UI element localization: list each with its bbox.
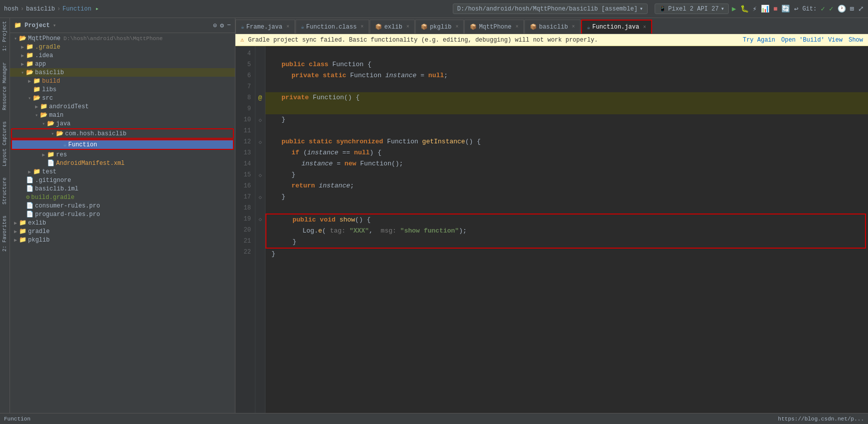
- tree-item-idea[interactable]: ▶ 📁 .idea: [10, 51, 235, 60]
- tab-label: Function.java: [592, 24, 639, 31]
- sidebar-tab-favorites[interactable]: 2: Favorites: [1, 213, 9, 255]
- breadcrumb-item: hosh: [4, 6, 19, 13]
- java-icon: ☕: [587, 24, 591, 31]
- tree-label: java: [56, 120, 71, 127]
- lib-icon: 📦: [375, 24, 382, 30]
- tree-item-src[interactable]: ▾ 📂 src: [10, 94, 235, 102]
- tree-label: build.gradle: [31, 194, 74, 201]
- folder-icon: 📁: [40, 103, 48, 110]
- panel-icons: ⊙ ⚙ −: [213, 22, 231, 30]
- tab-exlib[interactable]: 📦 exlib ×: [370, 20, 415, 34]
- tree-item-iml[interactable]: 📄 basiclib.iml: [10, 184, 235, 193]
- folder-icon: 📁: [19, 228, 27, 235]
- tree-item-basiclib[interactable]: ▾ 📂 basiclib: [10, 68, 235, 77]
- iml-icon: 📄: [26, 185, 34, 192]
- git-clock-icon[interactable]: 🕐: [837, 5, 846, 13]
- folder-icon: 📂: [33, 94, 41, 102]
- tree-item-main[interactable]: ▾ 📂 main: [10, 111, 235, 119]
- tab-close[interactable]: ×: [361, 24, 364, 30]
- tree-item-gradle-root[interactable]: ▶ 📁 gradle: [10, 227, 235, 236]
- tree-item-test[interactable]: ▶ 📁 test: [10, 167, 235, 176]
- code-content[interactable]: public class Function { private static F…: [265, 46, 868, 413]
- tree-item-consumer-rules[interactable]: 📄 consumer-rules.pro: [10, 201, 235, 210]
- tree-item-manifest[interactable]: 📄 AndroidManifest.xml: [10, 159, 235, 167]
- tab-close[interactable]: ×: [643, 25, 646, 30]
- tree-label: proguard-rules.pro: [35, 211, 100, 218]
- tab-pkglib[interactable]: 📦 pkglib ×: [415, 20, 464, 34]
- breadcrumb: hosh › basiclib › Function ▸: [4, 5, 450, 13]
- tree-label: res: [56, 151, 67, 158]
- tree-item-gitignore[interactable]: 📄 .gitignore: [10, 176, 235, 184]
- window-icon[interactable]: ⊞: [850, 5, 854, 13]
- tree-item-pkglib[interactable]: ▶ 📁 pkglib: [10, 236, 235, 244]
- tab-function-java[interactable]: ☕ Function.java ×: [581, 20, 652, 34]
- tree-item-mqttphone[interactable]: ▾ 📂 MqttPhone D:\hosh\android\hosh\MqttP…: [10, 34, 235, 43]
- tab-label: basiclib: [539, 24, 568, 31]
- tree-item-androidtest[interactable]: ▶ 📁 androidTest: [10, 102, 235, 111]
- profile-icon[interactable]: 📊: [761, 5, 769, 13]
- tab-label: Function.class: [306, 24, 357, 31]
- device-bar[interactable]: 📱 Pixel 2 API 27 ▾: [655, 4, 729, 14]
- tab-close[interactable]: ×: [455, 24, 458, 30]
- tab-basiclib[interactable]: 📦 basiclib ×: [524, 20, 581, 34]
- show-link[interactable]: Show: [848, 37, 863, 44]
- tree-item-function[interactable]: ☕ Function: [11, 139, 234, 150]
- tree-item-exlib[interactable]: ▶ 📁 exlib: [10, 219, 235, 227]
- open-build-link[interactable]: Open 'Build' View: [781, 37, 842, 44]
- code-line-12: public static synchronized Function getI…: [265, 136, 868, 147]
- title-bar: hosh › basiclib › Function ▸ D:/hosh/and…: [0, 0, 868, 18]
- tree-item-gradle-hidden[interactable]: ▶ 📁 .gradle: [10, 43, 235, 51]
- code-line-14: instance = new Function();: [265, 158, 868, 169]
- tree-item-build-gradle[interactable]: ⚙ build.gradle: [10, 193, 235, 201]
- lib-icon: 📦: [470, 24, 477, 30]
- attach-icon[interactable]: ⚡: [753, 5, 757, 13]
- sidebar-tab-resource[interactable]: Resource Manager: [1, 59, 9, 113]
- code-line-8: private Function() {: [265, 92, 868, 103]
- code-line-17: }: [265, 191, 868, 202]
- tree-item-build[interactable]: ▶ 📁 build: [10, 77, 235, 85]
- tree-item-libs[interactable]: 📁 libs: [10, 85, 235, 94]
- tab-function-class[interactable]: ☕ Function.class ×: [296, 20, 369, 34]
- sidebar-tab-structure[interactable]: Structure: [1, 174, 9, 207]
- tree-item-java-folder[interactable]: ▾ 📂 java: [10, 119, 235, 128]
- sidebar-tab-project[interactable]: 1: Project: [1, 18, 9, 54]
- tree-label: libs: [42, 86, 57, 93]
- path-bar[interactable]: D:/hosh/android/hosh/MqttPhone/basiclib …: [453, 4, 648, 14]
- sync-icon[interactable]: 🔄: [781, 5, 790, 13]
- stop-icon[interactable]: ■: [773, 5, 777, 13]
- left-sidebar-strip: 1: Project Resource Manager Layout Captu…: [0, 18, 10, 413]
- tab-frame-java[interactable]: ☕ Frame.java ×: [235, 20, 295, 34]
- try-again-link[interactable]: Try Again: [743, 37, 775, 44]
- tab-close[interactable]: ×: [406, 24, 409, 30]
- editor-area: ☕ Frame.java × ☕ Function.class × 📦 exli…: [235, 18, 868, 413]
- tree-item-package[interactable]: ▾ 📂 com.hosh.basiclib: [11, 128, 234, 139]
- git-label: Git:: [802, 6, 817, 13]
- sidebar-tab-layout[interactable]: Layout Captures: [1, 118, 9, 169]
- tab-close[interactable]: ×: [515, 24, 518, 30]
- tree-label: .gradle: [35, 44, 60, 51]
- expand-icon[interactable]: ⤢: [858, 5, 864, 13]
- status-bar: Function https://blog.csdn.net/p...: [0, 413, 868, 424]
- run-icon[interactable]: ▶: [732, 5, 736, 13]
- warning-bar: ⚠ Gradle project sync failed. Basic func…: [235, 34, 868, 46]
- git-check-icon[interactable]: ✓: [821, 5, 825, 13]
- folder-icon: 📁: [33, 86, 41, 93]
- tab-mqttphone[interactable]: 📦 MqttPhone ×: [464, 20, 524, 34]
- panel-minimize-icon[interactable]: −: [227, 22, 231, 30]
- folder-icon: 📁: [26, 52, 34, 59]
- tree-item-app[interactable]: ▶ 📁 app: [10, 60, 235, 68]
- panel-settings-icon[interactable]: ⚙: [220, 22, 224, 30]
- tree-label: build: [42, 78, 60, 85]
- git-check2-icon[interactable]: ✓: [829, 5, 833, 13]
- tab-label: Frame.java: [246, 24, 282, 31]
- path-text: D:/hosh/android/hosh/MqttPhone/basiclib …: [457, 6, 638, 13]
- code-line-21: }: [266, 237, 865, 248]
- tab-close[interactable]: ×: [572, 24, 575, 30]
- tree-item-res[interactable]: ▶ 📁 res: [10, 150, 235, 159]
- undo-icon[interactable]: ↩: [794, 5, 798, 13]
- debug-icon[interactable]: 🐛: [740, 5, 749, 13]
- tab-close[interactable]: ×: [286, 24, 290, 30]
- tree-item-proguard-rules[interactable]: 📄 proguard-rules.pro: [10, 210, 235, 219]
- code-line-9: [265, 103, 868, 114]
- panel-target-icon[interactable]: ⊙: [213, 22, 217, 30]
